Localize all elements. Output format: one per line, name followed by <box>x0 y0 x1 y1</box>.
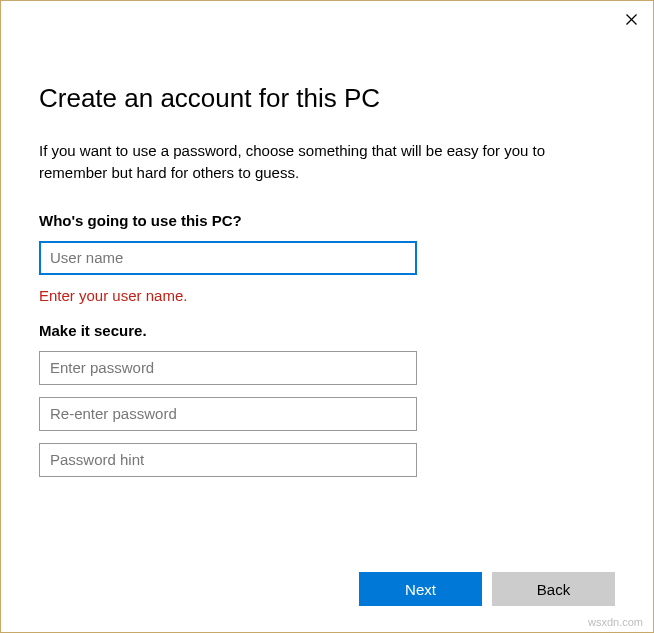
password-row <box>39 351 615 385</box>
username-input[interactable] <box>39 241 417 275</box>
watermark: wsxdn.com <box>588 616 643 628</box>
password-input[interactable] <box>39 351 417 385</box>
reenter-password-input[interactable] <box>39 397 417 431</box>
password-hint-row <box>39 443 615 477</box>
page-title: Create an account for this PC <box>39 83 615 114</box>
user-section-label: Who's going to use this PC? <box>39 212 615 229</box>
main-content: Create an account for this PC If you wan… <box>1 33 653 477</box>
back-button[interactable]: Back <box>492 572 615 606</box>
reenter-password-row <box>39 397 615 431</box>
close-icon <box>626 14 637 25</box>
next-button[interactable]: Next <box>359 572 482 606</box>
close-button[interactable] <box>623 11 639 27</box>
password-hint-input[interactable] <box>39 443 417 477</box>
username-error: Enter your user name. <box>39 287 615 304</box>
footer-buttons: Next Back <box>359 572 615 606</box>
titlebar <box>1 1 653 33</box>
page-description: If you want to use a password, choose so… <box>39 140 615 184</box>
secure-section-label: Make it secure. <box>39 322 615 339</box>
username-row <box>39 241 615 275</box>
